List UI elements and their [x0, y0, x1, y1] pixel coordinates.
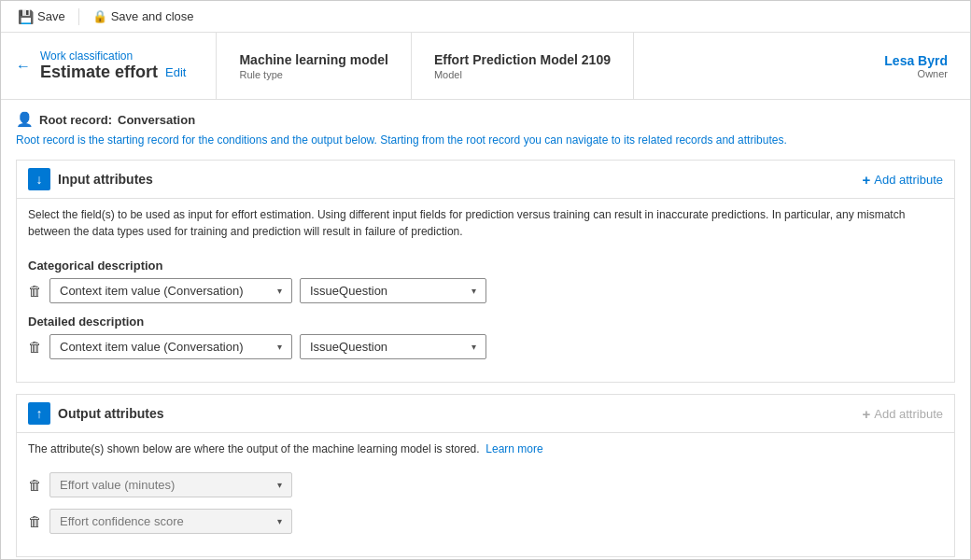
input-section-icon: [28, 168, 50, 190]
root-record-icon: [16, 111, 34, 128]
output-learn-more-link[interactable]: Learn more: [486, 442, 542, 455]
model-label: Model: [434, 69, 611, 80]
output-desc-text: The attribute(s) shown below are where t…: [28, 442, 480, 455]
input-section-header: Input attributes Add attribute: [17, 161, 954, 199]
save-icon: [18, 9, 34, 24]
input-add-attribute-button[interactable]: Add attribute: [863, 172, 943, 188]
root-record-description: Root record is the starting record for t…: [16, 132, 955, 148]
categorical-field2-value: IssueQuestion: [310, 284, 387, 298]
output-section-description: The attribute(s) shown below are where t…: [17, 433, 954, 465]
categorical-row: Context item value (Conversation) IssueQ…: [28, 278, 943, 303]
content-area: Root record: Conversation Root record is…: [1, 100, 970, 560]
output-2-delete-icon[interactable]: [28, 513, 42, 529]
input-section-body: Categorical description Context item val…: [17, 247, 954, 382]
detailed-field1-chevron: [277, 342, 282, 352]
output-add-label: Add attribute: [874, 407, 943, 421]
output-field-1-value: Effort value (minutes): [60, 478, 175, 492]
detailed-field1-value: Context item value (Conversation): [60, 340, 244, 354]
save-label: Save: [37, 9, 65, 23]
input-title-block: Input attributes: [28, 168, 153, 190]
detailed-field2-chevron: [471, 342, 476, 352]
categorical-label: Categorical description: [28, 259, 943, 273]
back-button[interactable]: [16, 58, 31, 75]
rule-type-label: Rule type: [239, 69, 387, 80]
output-field-1: Effort value (minutes): [49, 472, 292, 497]
output-section-icon: [28, 402, 50, 425]
output-section-title: Output attributes: [58, 406, 164, 421]
output-field-2-value: Effort confidence score: [60, 514, 184, 528]
model-item: Effort Prediction Model 2109 Model: [412, 33, 634, 99]
save-close-icon: [92, 9, 107, 23]
page-title-container: Estimate effort Edit: [40, 63, 186, 82]
root-record-value: Conversation: [118, 113, 195, 127]
toolbar: Save Save and close: [1, 1, 970, 33]
detailed-field2-value: IssueQuestion: [310, 340, 387, 354]
categorical-field2[interactable]: IssueQuestion: [300, 278, 486, 303]
detailed-row: Context item value (Conversation) IssueQ…: [28, 334, 943, 359]
title-block: Work classification Estimate effort Edit: [40, 49, 186, 82]
categorical-field1[interactable]: Context item value (Conversation): [49, 278, 292, 303]
output-field-1-chevron: [277, 480, 282, 490]
rule-type-value: Machine learning model: [239, 52, 387, 67]
categorical-field1-chevron: [277, 286, 282, 296]
breadcrumb[interactable]: Work classification: [40, 49, 186, 63]
input-attributes-section: Input attributes Add attribute Select th…: [16, 160, 955, 383]
detailed-delete-icon[interactable]: [28, 339, 42, 355]
output-icon-arrow: [36, 406, 43, 421]
input-icon-arrow: [36, 172, 43, 187]
output-row-2: Effort confidence score: [28, 509, 943, 534]
categorical-delete-icon[interactable]: [28, 283, 42, 299]
output-add-attribute-button: Add attribute: [863, 406, 943, 422]
root-record-header: Root record: Conversation: [16, 111, 955, 128]
header-left: Work classification Estimate effort Edit: [1, 33, 201, 99]
input-section-title: Input attributes: [58, 172, 153, 187]
output-title-block: Output attributes: [28, 402, 164, 425]
root-record-label: Root record:: [39, 113, 112, 127]
output-row-1: Effort value (minutes): [28, 472, 943, 497]
save-button[interactable]: Save: [12, 7, 71, 26]
owner-label: Owner: [884, 68, 948, 79]
detailed-field1[interactable]: Context item value (Conversation): [49, 334, 292, 359]
detailed-field2[interactable]: IssueQuestion: [300, 334, 486, 359]
output-field-2-chevron: [277, 516, 282, 526]
save-close-label: Save and close: [111, 9, 194, 23]
toolbar-divider: [78, 8, 79, 25]
output-field-2: Effort confidence score: [49, 509, 292, 534]
model-value: Effort Prediction Model 2109: [434, 52, 611, 67]
output-section-header: Output attributes Add attribute: [17, 395, 954, 433]
input-add-label: Add attribute: [874, 173, 943, 187]
detailed-label: Detailed description: [28, 315, 943, 329]
categorical-field2-chevron: [471, 286, 476, 296]
owner-block: Lesa Byrd Owner: [862, 33, 970, 99]
output-add-icon: [863, 406, 871, 422]
page-header: Work classification Estimate effort Edit…: [1, 33, 970, 100]
rule-type-item: Machine learning model Rule type: [217, 33, 411, 99]
categorical-field1-value: Context item value (Conversation): [60, 284, 244, 298]
edit-link[interactable]: Edit: [165, 65, 186, 79]
output-attributes-section: Output attributes Add attribute The attr…: [16, 394, 955, 557]
input-add-icon: [863, 172, 871, 188]
page-title: Estimate effort: [40, 63, 158, 82]
save-close-button[interactable]: Save and close: [87, 7, 200, 25]
output-1-delete-icon[interactable]: [28, 477, 42, 493]
output-section-body: Effort value (minutes) Effort confidence…: [17, 465, 954, 556]
header-meta: Machine learning model Rule type Effort …: [216, 33, 634, 99]
input-section-description: Select the field(s) to be used as input …: [17, 199, 954, 247]
owner-name: Lesa Byrd: [884, 53, 948, 68]
